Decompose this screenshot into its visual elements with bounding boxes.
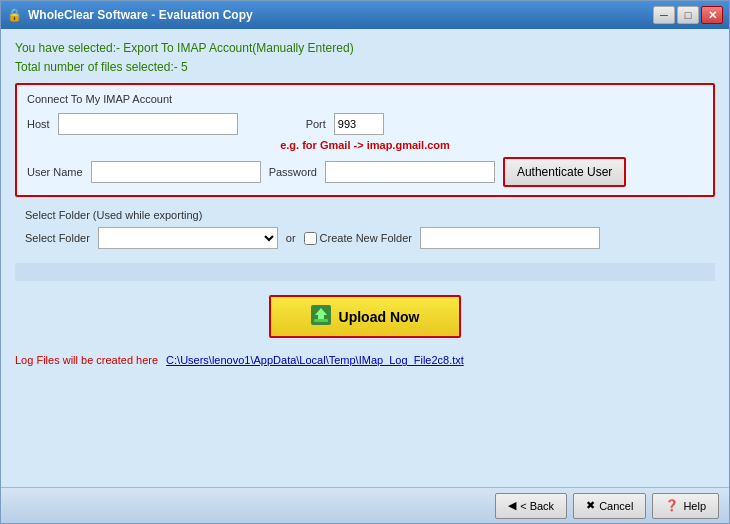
host-input[interactable]: [58, 113, 238, 135]
title-bar: 🔒 WholeClear Software - Evaluation Copy …: [1, 1, 729, 29]
credentials-row: User Name Password Authenticate User: [27, 157, 703, 187]
imap-section: Connect To My IMAP Account Host Port e.g…: [15, 83, 715, 197]
port-label: Port: [306, 118, 326, 130]
log-link[interactable]: C:\Users\lenovo1\AppData\Local\Temp\IMap…: [166, 354, 464, 366]
close-button[interactable]: ✕: [701, 6, 723, 24]
gmail-hint-row: e.g. for Gmail -> imap.gmail.com: [27, 139, 703, 151]
gmail-hint: e.g. for Gmail -> imap.gmail.com: [280, 139, 450, 151]
folder-section-title: Select Folder (Used while exporting): [25, 209, 705, 221]
back-label: < Back: [520, 500, 554, 512]
back-icon: ◀: [508, 499, 516, 512]
help-label: Help: [683, 500, 706, 512]
port-input[interactable]: [334, 113, 384, 135]
log-label: Log Files will be created here: [15, 354, 158, 366]
upload-button-label: Upload Now: [339, 309, 420, 325]
log-area: Log Files will be created here C:\Users\…: [15, 350, 715, 370]
maximize-button[interactable]: □: [677, 6, 699, 24]
upload-button-area: Upload Now: [15, 289, 715, 344]
folder-select[interactable]: [98, 227, 278, 249]
title-icon: 🔒: [7, 8, 22, 22]
back-button[interactable]: ◀ < Back: [495, 493, 567, 519]
window-title: WholeClear Software - Evaluation Copy: [28, 8, 253, 22]
svg-rect-2: [314, 319, 328, 322]
minimize-button[interactable]: ─: [653, 6, 675, 24]
create-new-folder-checkbox[interactable]: [304, 232, 317, 245]
upload-icon: [311, 305, 331, 328]
main-window: 🔒 WholeClear Software - Evaluation Copy …: [0, 0, 730, 524]
username-label: User Name: [27, 166, 83, 178]
upload-now-button[interactable]: Upload Now: [269, 295, 462, 338]
authenticate-user-button[interactable]: Authenticate User: [503, 157, 626, 187]
cancel-button[interactable]: ✖ Cancel: [573, 493, 646, 519]
select-folder-label: Select Folder: [25, 232, 90, 244]
or-text: or: [286, 232, 296, 244]
username-input[interactable]: [91, 161, 261, 183]
new-folder-input[interactable]: [420, 227, 600, 249]
content-area: You have selected:- Export To IMAP Accou…: [1, 29, 729, 487]
host-label: Host: [27, 118, 50, 130]
password-label: Password: [269, 166, 317, 178]
selection-line1: You have selected:- Export To IMAP Accou…: [15, 39, 715, 58]
folder-row: Select Folder or Create New Folder: [25, 227, 705, 249]
title-bar-left: 🔒 WholeClear Software - Evaluation Copy: [7, 8, 253, 22]
selection-info: You have selected:- Export To IMAP Accou…: [15, 39, 715, 77]
spacer-bar: [15, 263, 715, 281]
help-button[interactable]: ❓ Help: [652, 493, 719, 519]
title-bar-buttons: ─ □ ✕: [653, 6, 723, 24]
cancel-label: Cancel: [599, 500, 633, 512]
password-input[interactable]: [325, 161, 495, 183]
selection-line2: Total number of files selected:- 5: [15, 58, 715, 77]
folder-section: Select Folder (Used while exporting) Sel…: [15, 203, 715, 255]
help-icon: ❓: [665, 499, 679, 512]
host-port-row: Host Port: [27, 113, 703, 135]
create-new-folder-label: Create New Folder: [304, 232, 412, 245]
imap-section-title: Connect To My IMAP Account: [27, 93, 703, 105]
cancel-icon: ✖: [586, 499, 595, 512]
bottom-nav-bar: ◀ < Back ✖ Cancel ❓ Help: [1, 487, 729, 523]
upload-svg-icon: [311, 305, 331, 325]
